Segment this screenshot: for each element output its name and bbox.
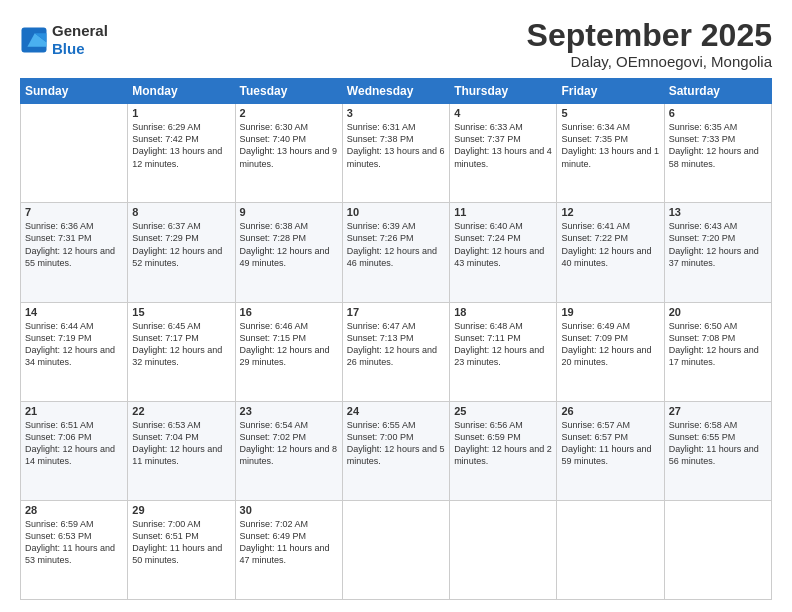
calendar-cell: 4 Sunrise: 6:33 AM Sunset: 7:37 PM Dayli… — [450, 104, 557, 203]
calendar-cell: 21 Sunrise: 6:51 AM Sunset: 7:06 PM Dayl… — [21, 401, 128, 500]
day-number: 12 — [561, 206, 659, 218]
day-number: 13 — [669, 206, 767, 218]
calendar-cell — [557, 500, 664, 599]
calendar-cell — [450, 500, 557, 599]
cell-content: Sunrise: 6:40 AM Sunset: 7:24 PM Dayligh… — [454, 220, 552, 269]
title-block: September 2025 Dalay, OEmnoegovi, Mongol… — [527, 18, 772, 70]
calendar-week-1: 1 Sunrise: 6:29 AM Sunset: 7:42 PM Dayli… — [21, 104, 772, 203]
cell-content: Sunrise: 6:51 AM Sunset: 7:06 PM Dayligh… — [25, 419, 123, 468]
calendar-cell: 26 Sunrise: 6:57 AM Sunset: 6:57 PM Dayl… — [557, 401, 664, 500]
calendar-cell — [21, 104, 128, 203]
calendar-cell: 17 Sunrise: 6:47 AM Sunset: 7:13 PM Dayl… — [342, 302, 449, 401]
calendar-table: Sunday Monday Tuesday Wednesday Thursday… — [20, 78, 772, 600]
header-friday: Friday — [557, 79, 664, 104]
day-number: 30 — [240, 504, 338, 516]
logo-general: General — [52, 22, 108, 39]
cell-content: Sunrise: 6:35 AM Sunset: 7:33 PM Dayligh… — [669, 121, 767, 170]
day-number: 5 — [561, 107, 659, 119]
calendar-cell: 7 Sunrise: 6:36 AM Sunset: 7:31 PM Dayli… — [21, 203, 128, 302]
day-number: 3 — [347, 107, 445, 119]
calendar-cell: 11 Sunrise: 6:40 AM Sunset: 7:24 PM Dayl… — [450, 203, 557, 302]
day-number: 19 — [561, 306, 659, 318]
day-number: 17 — [347, 306, 445, 318]
calendar-cell: 15 Sunrise: 6:45 AM Sunset: 7:17 PM Dayl… — [128, 302, 235, 401]
calendar-cell: 22 Sunrise: 6:53 AM Sunset: 7:04 PM Dayl… — [128, 401, 235, 500]
header-sunday: Sunday — [21, 79, 128, 104]
day-number: 21 — [25, 405, 123, 417]
cell-content: Sunrise: 6:46 AM Sunset: 7:15 PM Dayligh… — [240, 320, 338, 369]
header-wednesday: Wednesday — [342, 79, 449, 104]
cell-content: Sunrise: 6:55 AM Sunset: 7:00 PM Dayligh… — [347, 419, 445, 468]
calendar-cell: 12 Sunrise: 6:41 AM Sunset: 7:22 PM Dayl… — [557, 203, 664, 302]
weekday-header-row: Sunday Monday Tuesday Wednesday Thursday… — [21, 79, 772, 104]
calendar-cell: 23 Sunrise: 6:54 AM Sunset: 7:02 PM Dayl… — [235, 401, 342, 500]
cell-content: Sunrise: 6:50 AM Sunset: 7:08 PM Dayligh… — [669, 320, 767, 369]
day-number: 16 — [240, 306, 338, 318]
logo-icon — [20, 26, 48, 54]
day-number: 4 — [454, 107, 552, 119]
calendar-cell: 8 Sunrise: 6:37 AM Sunset: 7:29 PM Dayli… — [128, 203, 235, 302]
cell-content: Sunrise: 6:30 AM Sunset: 7:40 PM Dayligh… — [240, 121, 338, 170]
day-number: 27 — [669, 405, 767, 417]
cell-content: Sunrise: 6:47 AM Sunset: 7:13 PM Dayligh… — [347, 320, 445, 369]
calendar-cell: 19 Sunrise: 6:49 AM Sunset: 7:09 PM Dayl… — [557, 302, 664, 401]
page-header: General Blue September 2025 Dalay, OEmno… — [20, 18, 772, 70]
calendar-cell: 10 Sunrise: 6:39 AM Sunset: 7:26 PM Dayl… — [342, 203, 449, 302]
calendar-cell: 18 Sunrise: 6:48 AM Sunset: 7:11 PM Dayl… — [450, 302, 557, 401]
calendar-cell: 9 Sunrise: 6:38 AM Sunset: 7:28 PM Dayli… — [235, 203, 342, 302]
calendar-cell: 16 Sunrise: 6:46 AM Sunset: 7:15 PM Dayl… — [235, 302, 342, 401]
calendar-cell: 5 Sunrise: 6:34 AM Sunset: 7:35 PM Dayli… — [557, 104, 664, 203]
cell-content: Sunrise: 6:48 AM Sunset: 7:11 PM Dayligh… — [454, 320, 552, 369]
calendar-cell: 3 Sunrise: 6:31 AM Sunset: 7:38 PM Dayli… — [342, 104, 449, 203]
day-number: 26 — [561, 405, 659, 417]
calendar-cell: 24 Sunrise: 6:55 AM Sunset: 7:00 PM Dayl… — [342, 401, 449, 500]
cell-content: Sunrise: 6:45 AM Sunset: 7:17 PM Dayligh… — [132, 320, 230, 369]
cell-content: Sunrise: 6:41 AM Sunset: 7:22 PM Dayligh… — [561, 220, 659, 269]
day-number: 2 — [240, 107, 338, 119]
calendar-cell: 27 Sunrise: 6:58 AM Sunset: 6:55 PM Dayl… — [664, 401, 771, 500]
day-number: 7 — [25, 206, 123, 218]
cell-content: Sunrise: 6:56 AM Sunset: 6:59 PM Dayligh… — [454, 419, 552, 468]
cell-content: Sunrise: 6:54 AM Sunset: 7:02 PM Dayligh… — [240, 419, 338, 468]
day-number: 6 — [669, 107, 767, 119]
day-number: 22 — [132, 405, 230, 417]
cell-content: Sunrise: 7:02 AM Sunset: 6:49 PM Dayligh… — [240, 518, 338, 567]
cell-content: Sunrise: 6:59 AM Sunset: 6:53 PM Dayligh… — [25, 518, 123, 567]
calendar-week-2: 7 Sunrise: 6:36 AM Sunset: 7:31 PM Dayli… — [21, 203, 772, 302]
calendar-cell: 20 Sunrise: 6:50 AM Sunset: 7:08 PM Dayl… — [664, 302, 771, 401]
calendar-week-3: 14 Sunrise: 6:44 AM Sunset: 7:19 PM Dayl… — [21, 302, 772, 401]
calendar-cell: 2 Sunrise: 6:30 AM Sunset: 7:40 PM Dayli… — [235, 104, 342, 203]
calendar-cell: 13 Sunrise: 6:43 AM Sunset: 7:20 PM Dayl… — [664, 203, 771, 302]
calendar-cell: 28 Sunrise: 6:59 AM Sunset: 6:53 PM Dayl… — [21, 500, 128, 599]
cell-content: Sunrise: 6:43 AM Sunset: 7:20 PM Dayligh… — [669, 220, 767, 269]
header-thursday: Thursday — [450, 79, 557, 104]
day-number: 8 — [132, 206, 230, 218]
calendar-cell: 6 Sunrise: 6:35 AM Sunset: 7:33 PM Dayli… — [664, 104, 771, 203]
cell-content: Sunrise: 6:53 AM Sunset: 7:04 PM Dayligh… — [132, 419, 230, 468]
cell-content: Sunrise: 6:37 AM Sunset: 7:29 PM Dayligh… — [132, 220, 230, 269]
day-number: 18 — [454, 306, 552, 318]
cell-content: Sunrise: 6:29 AM Sunset: 7:42 PM Dayligh… — [132, 121, 230, 170]
cell-content: Sunrise: 6:34 AM Sunset: 7:35 PM Dayligh… — [561, 121, 659, 170]
day-number: 23 — [240, 405, 338, 417]
logo-blue: Blue — [52, 40, 85, 57]
location: Dalay, OEmnoegovi, Mongolia — [527, 53, 772, 70]
day-number: 14 — [25, 306, 123, 318]
calendar-cell — [342, 500, 449, 599]
day-number: 11 — [454, 206, 552, 218]
calendar-cell: 1 Sunrise: 6:29 AM Sunset: 7:42 PM Dayli… — [128, 104, 235, 203]
logo: General Blue — [20, 22, 108, 58]
header-monday: Monday — [128, 79, 235, 104]
day-number: 15 — [132, 306, 230, 318]
day-number: 9 — [240, 206, 338, 218]
cell-content: Sunrise: 6:33 AM Sunset: 7:37 PM Dayligh… — [454, 121, 552, 170]
cell-content: Sunrise: 6:31 AM Sunset: 7:38 PM Dayligh… — [347, 121, 445, 170]
day-number: 24 — [347, 405, 445, 417]
calendar-cell: 30 Sunrise: 7:02 AM Sunset: 6:49 PM Dayl… — [235, 500, 342, 599]
calendar-cell — [664, 500, 771, 599]
cell-content: Sunrise: 6:39 AM Sunset: 7:26 PM Dayligh… — [347, 220, 445, 269]
day-number: 10 — [347, 206, 445, 218]
header-saturday: Saturday — [664, 79, 771, 104]
month-title: September 2025 — [527, 18, 772, 53]
calendar-cell: 25 Sunrise: 6:56 AM Sunset: 6:59 PM Dayl… — [450, 401, 557, 500]
